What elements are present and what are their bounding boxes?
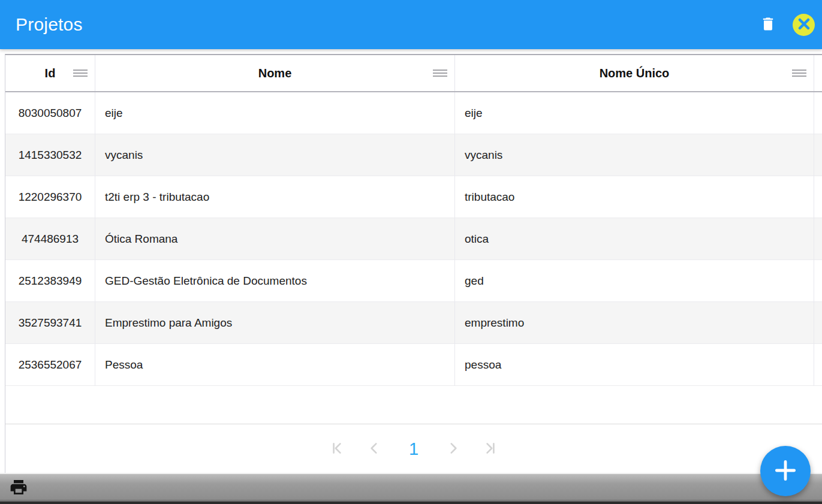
cell-nome: vycanis (95, 134, 455, 176)
cell-nome-unico: otica (455, 218, 814, 260)
cell-nome-unico: emprestimo (455, 302, 814, 344)
column-header-overflow (814, 55, 822, 91)
column-header-id: Id (5, 55, 95, 91)
cell-nome: GED-Gestão Eletrônica de Documentos (95, 260, 455, 302)
cell-id: 2536552067 (5, 344, 95, 386)
cell-nome-unico: vycanis (455, 134, 814, 176)
column-label-nome-unico: Nome Único (600, 67, 670, 80)
column-header-nome-unico: Nome Único (455, 55, 814, 91)
cell-id: 1220296370 (5, 176, 95, 218)
cell-overflow (814, 302, 822, 344)
app-bar-actions (755, 12, 815, 37)
cell-overflow (814, 92, 822, 134)
first-page-button[interactable] (329, 440, 345, 457)
delete-button[interactable] (755, 12, 781, 37)
cell-nome: Pessoa (95, 344, 455, 386)
table-row[interactable]: 2512383949 GED-Gestão Eletrônica de Docu… (5, 260, 822, 302)
trash-icon (760, 16, 776, 34)
table-row[interactable]: 3527593741 Emprestimo para Amigos empres… (5, 302, 822, 344)
app-bar: Projetos (0, 0, 822, 49)
first-page-icon (329, 440, 345, 458)
cell-id: 8030050807 (5, 92, 95, 134)
cell-overflow (814, 134, 822, 176)
last-page-icon (483, 440, 498, 458)
table-row[interactable]: 474486913 Ótica Romana otica (5, 218, 822, 260)
column-header-nome: Nome (95, 55, 455, 91)
previous-page-icon (366, 440, 382, 458)
next-page-icon (445, 440, 461, 458)
close-button[interactable] (793, 14, 815, 36)
cell-id: 1415330532 (5, 134, 95, 176)
cell-nome-unico: pessoa (455, 344, 814, 386)
cell-nome: Emprestimo para Amigos (95, 302, 455, 344)
column-label-nome: Nome (258, 67, 292, 80)
cell-nome-unico: ged (455, 260, 814, 302)
cell-nome: t2ti erp 3 - tributacao (95, 176, 455, 218)
last-page-button[interactable] (482, 440, 499, 457)
cell-id: 2512383949 (5, 260, 95, 302)
column-menu-icon[interactable] (433, 70, 447, 77)
column-menu-icon[interactable] (792, 70, 806, 77)
page-title: Projetos (16, 14, 83, 35)
cell-overflow (814, 218, 822, 260)
next-page-button[interactable] (445, 440, 462, 457)
cell-id: 3527593741 (5, 302, 95, 344)
cell-nome: Ótica Romana (95, 218, 455, 260)
plus-icon (772, 457, 799, 485)
table-row[interactable]: 8030050807 eije eije (5, 92, 822, 134)
printer-icon (9, 478, 28, 499)
column-label-id: Id (45, 67, 56, 80)
print-button[interactable] (8, 477, 29, 499)
table-header-row: Id Nome Nome Único (5, 55, 822, 92)
cell-nome: eije (95, 92, 455, 134)
cell-nome-unico: tributacao (455, 176, 814, 218)
add-button[interactable] (760, 446, 811, 496)
table-row[interactable]: 1220296370 t2ti erp 3 - tributacao tribu… (5, 176, 822, 218)
column-menu-icon[interactable] (73, 70, 88, 77)
previous-page-button[interactable] (366, 440, 383, 457)
table-body: 8030050807 eije eije 1415330532 vycanis … (5, 92, 822, 386)
projects-table: Id Nome Nome Único 8030050807 eije eije … (5, 54, 822, 473)
current-page-number: 1 (403, 439, 424, 459)
cell-overflow (814, 260, 822, 302)
table-row[interactable]: 1415330532 vycanis vycanis (5, 134, 822, 176)
cell-overflow (814, 176, 822, 218)
close-x-icon (798, 18, 810, 32)
table-row[interactable]: 2536552067 Pessoa pessoa (5, 344, 822, 386)
cell-nome-unico: eije (455, 92, 814, 134)
bottom-toolbar (0, 473, 822, 504)
table-empty-space (5, 386, 822, 424)
cell-id: 474486913 (5, 218, 95, 260)
pagination-bar: 1 (5, 424, 822, 473)
cell-overflow (814, 344, 822, 386)
